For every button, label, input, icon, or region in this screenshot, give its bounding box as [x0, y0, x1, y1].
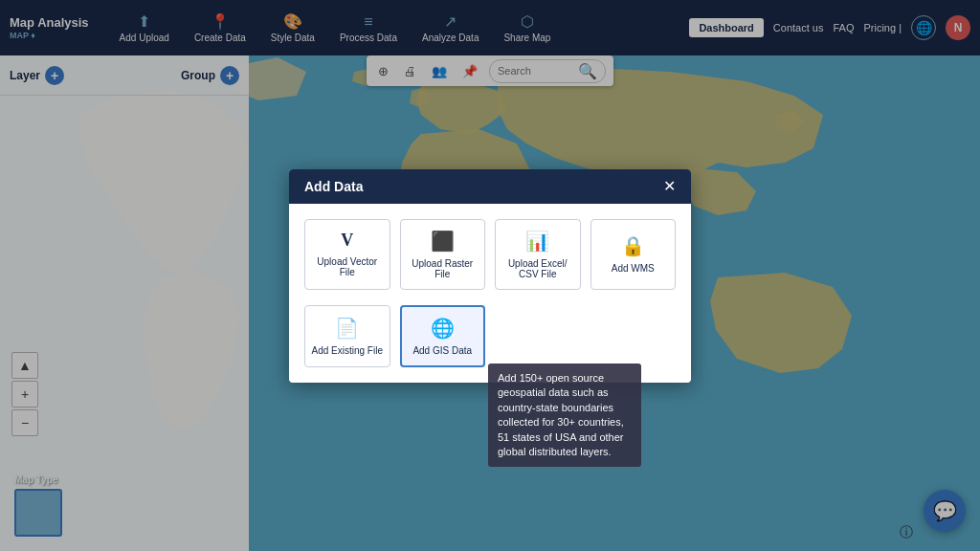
raster-icon: ⬛ — [431, 230, 455, 253]
add-gis-label: Add GIS Data — [412, 345, 472, 356]
add-existing-button[interactable]: 📄 Add Existing File — [304, 305, 390, 367]
upload-excel-button[interactable]: 📊 Upload Excel/ CSV File — [495, 219, 581, 290]
excel-icon: 📊 — [525, 230, 549, 253]
gis-icon: 🌐 — [431, 317, 455, 340]
upload-excel-label: Upload Excel/ CSV File — [501, 258, 574, 279]
add-existing-label: Add Existing File — [312, 345, 383, 356]
modal-close-button[interactable]: ✕ — [663, 179, 676, 194]
wms-icon: 🔒 — [621, 234, 645, 257]
upload-raster-button[interactable]: ⬛ Upload Raster File — [400, 219, 486, 290]
upload-raster-label: Upload Raster File — [407, 258, 479, 279]
modal-body-row1: V Upload Vector File ⬛ Upload Raster Fil… — [289, 204, 691, 305]
modal-header: Add Data ✕ — [289, 169, 691, 204]
add-data-modal: Add Data ✕ V Upload Vector File ⬛ Upload… — [289, 169, 691, 383]
add-wms-button[interactable]: 🔒 Add WMS — [590, 219, 677, 290]
upload-vector-label: Upload Vector File — [311, 256, 384, 277]
add-gis-button[interactable]: 🌐 Add GIS Data — [400, 305, 486, 367]
tooltip-text: Add 150+ open source geospatial data suc… — [498, 372, 624, 457]
modal-title: Add Data — [304, 179, 363, 194]
gis-tooltip: Add 150+ open source geospatial data suc… — [488, 364, 641, 467]
upload-vector-button[interactable]: V Upload Vector File — [304, 219, 390, 290]
modal-empty-cell-1 — [495, 305, 581, 367]
modal-empty-cell-2 — [590, 305, 677, 367]
existing-icon: 📄 — [335, 317, 359, 340]
modal-overlay: Add Data ✕ V Upload Vector File ⬛ Upload… — [0, 0, 980, 551]
add-wms-label: Add WMS — [612, 263, 655, 274]
vector-icon: V — [341, 231, 353, 251]
